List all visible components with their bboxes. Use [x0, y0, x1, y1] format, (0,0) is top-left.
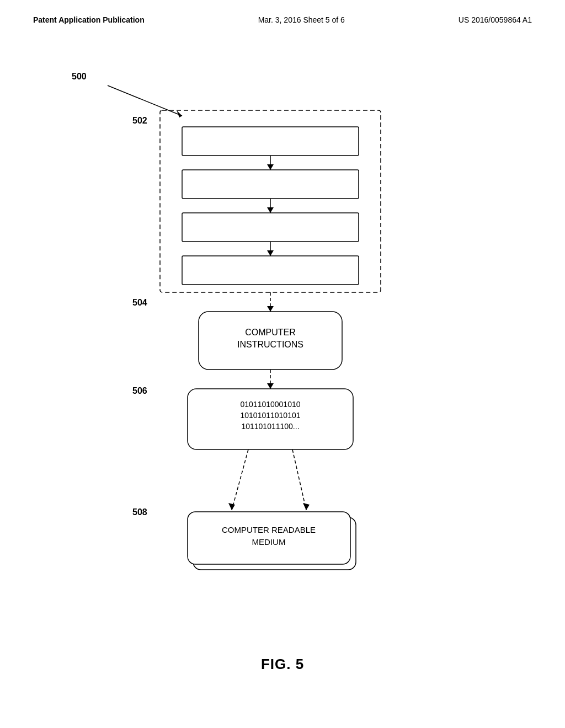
svg-text:COMPUTER READABLE: COMPUTER READABLE	[222, 525, 316, 534]
svg-line-0	[108, 85, 182, 116]
svg-marker-5	[267, 164, 274, 170]
svg-rect-12	[182, 256, 359, 285]
header-center: Mar. 3, 2016 Sheet 5 of 6	[258, 15, 345, 24]
svg-rect-6	[182, 170, 359, 199]
svg-line-26	[292, 449, 306, 510]
diagram-svg: COMPUTER INSTRUCTIONS 01011010001010 101…	[0, 44, 565, 695]
svg-marker-11	[267, 250, 274, 256]
diagram-area: 500 502 504 506 508 COMPUTER INSTRU	[0, 44, 565, 695]
svg-text:MEDIUM: MEDIUM	[252, 537, 286, 547]
svg-rect-3	[182, 127, 359, 156]
svg-marker-8	[267, 207, 274, 213]
svg-marker-27	[303, 503, 310, 510]
svg-marker-25	[228, 503, 235, 510]
page-header: Patent Application Publication Mar. 3, 2…	[0, 0, 565, 24]
svg-text:COMPUTER: COMPUTER	[245, 328, 296, 337]
header-left: Patent Application Publication	[33, 15, 145, 24]
svg-rect-9	[182, 213, 359, 242]
header-right: US 2016/0059864 A1	[459, 15, 532, 24]
svg-text:INSTRUCTIONS: INSTRUCTIONS	[237, 340, 303, 349]
svg-marker-19	[267, 383, 274, 389]
figure-label: FIG. 5	[261, 656, 304, 673]
svg-marker-14	[267, 306, 274, 312]
svg-line-24	[232, 449, 248, 510]
svg-text:101101011100...: 101101011100...	[241, 422, 299, 431]
svg-text:10101011010101: 10101011010101	[240, 411, 300, 420]
svg-text:01011010001010: 01011010001010	[240, 400, 300, 409]
